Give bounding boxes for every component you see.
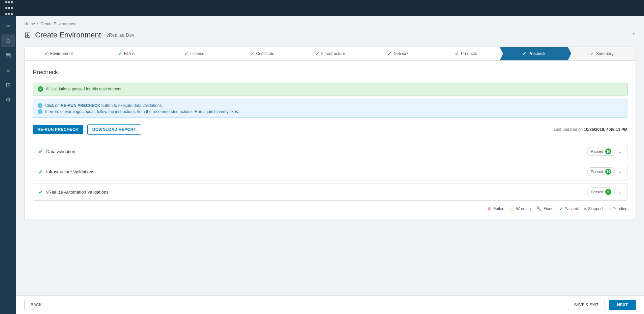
sidebar-item-grid[interactable]: ⊞: [1, 78, 15, 92]
info-icon-1: i: [38, 103, 42, 108]
step-certificate-check: ✔: [250, 51, 254, 56]
skipped-icon: ●: [584, 206, 586, 211]
catalog-icon: ▤: [5, 52, 11, 59]
validation-vra-name: vRealize Automation Validations: [46, 190, 587, 195]
fixed-label: Fixed: [544, 206, 553, 211]
sidebar-item-settings[interactable]: ⚙: [1, 93, 15, 107]
page-subtitle: vRealize Dev: [107, 32, 134, 38]
skipped-label: Skipped: [588, 206, 603, 211]
validation-item-data: ✔ Data validation Passed 10 ⌄: [33, 143, 627, 160]
breadcrumb-separator: ›: [37, 22, 38, 26]
validation-data-count: 10: [605, 148, 611, 154]
validation-data-badge: Passed 10: [587, 147, 615, 156]
failed-icon: ⊗: [488, 206, 492, 211]
step-summary-check: ✔: [590, 51, 594, 56]
step-eula-label: EULA: [124, 51, 135, 56]
rerun-precheck-button[interactable]: RE-RUN PRECHECK: [33, 125, 83, 134]
validation-header-vra[interactable]: ✔ vRealize Automation Validations Passed…: [33, 183, 627, 200]
info-text-1: Click on RE-RUN PRECHECK button to execu…: [45, 103, 163, 108]
breadcrumb-home[interactable]: Home: [24, 22, 35, 26]
grid-menu-icon[interactable]: [0, 0, 644, 16]
legend-failed: ⊗ Failed: [488, 206, 504, 211]
validation-list: ✔ Data validation Passed 10 ⌄ ✔ Infrastr…: [33, 143, 627, 201]
expand-icon: ≫: [6, 23, 10, 28]
validation-vra-icon: ✔: [38, 189, 43, 195]
breadcrumb-current: Create Environment: [40, 22, 77, 26]
step-license[interactable]: ✔ License: [160, 47, 228, 60]
legend-fixed: 🔧 Fixed: [536, 206, 553, 211]
validation-infra-chevron[interactable]: ⌄: [618, 169, 622, 174]
step-products-check: ✔: [455, 51, 459, 56]
validation-data-icon: ✔: [38, 148, 43, 155]
validation-infra-icon: ✔: [38, 169, 43, 175]
bottom-bar: BACK SAVE & EXIT NEXT: [16, 295, 644, 314]
failed-label: Failed: [493, 206, 504, 211]
step-eula[interactable]: ✔ EULA: [92, 47, 160, 60]
validation-vra-chevron[interactable]: ⌄: [618, 189, 622, 195]
sidebar-item-catalog[interactable]: ▤: [1, 49, 15, 62]
warning-icon: ⚠: [510, 206, 514, 211]
sidebar: ≫ ⌂ ▤ ≡ ⊞ ⚙: [0, 16, 16, 314]
step-precheck-check: ✔: [522, 51, 526, 56]
step-eula-check: ✔: [118, 51, 122, 56]
validation-infra-badge: Passed 14: [587, 167, 615, 176]
validation-header-data[interactable]: ✔ Data validation Passed 10 ⌄: [33, 143, 627, 160]
alert-success: ✔ All validations passed for this enviro…: [33, 83, 627, 95]
next-button[interactable]: NEXT: [609, 300, 636, 310]
action-buttons-row: RE-RUN PRECHECK DOWNLOAD REPORT Last upd…: [33, 124, 627, 135]
back-button[interactable]: BACK: [24, 300, 48, 310]
grid-icon: ⊞: [6, 81, 11, 89]
success-icon: ✔: [38, 86, 43, 92]
step-precheck-label: Precheck: [528, 51, 545, 56]
collapse-button[interactable]: ⌃: [632, 32, 636, 38]
validation-vra-status: Passed: [591, 190, 603, 194]
validation-header-infra[interactable]: ✔ Infrastructure Validations Passed 14 ⌄: [33, 163, 627, 180]
fixed-icon: 🔧: [536, 206, 542, 211]
breadcrumb: Home › Create Environment: [24, 22, 636, 26]
validation-data-chevron[interactable]: ⌄: [618, 149, 622, 154]
sidebar-item-home[interactable]: ⌂: [1, 34, 15, 47]
download-report-button[interactable]: DOWNLOAD REPORT: [87, 124, 141, 135]
legend: ⊗ Failed ⚠ Warning 🔧 Fixed ✔ Passed ● Sk…: [33, 206, 627, 211]
save-exit-button[interactable]: SAVE & EXIT: [568, 300, 605, 310]
step-environment[interactable]: ✔ Environment: [25, 47, 92, 60]
validation-data-status: Passed: [591, 149, 603, 153]
top-navigation: ☁ vRealize Suite Lifecycle Manager Lifec…: [0, 0, 644, 16]
last-updated: Last updated on 10/25/2019, 4:48:11 PM: [554, 127, 627, 132]
validation-vra-badge: Passed 5: [587, 188, 615, 196]
validation-data-name: Data validation: [46, 149, 587, 154]
legend-skipped: ● Skipped: [584, 206, 603, 211]
step-environment-label: Environment: [50, 51, 73, 56]
last-updated-label: Last updated on: [554, 127, 583, 132]
page-header-icon: ⊞: [24, 30, 31, 40]
wizard-steps: ✔ Environment ✔ EULA ✔ License ✔ Certifi…: [24, 47, 636, 61]
sidebar-expand[interactable]: ≫: [1, 19, 15, 32]
validation-item-vra: ✔ vRealize Automation Validations Passed…: [33, 183, 627, 201]
alert-info: i Click on RE-RUN PRECHECK button to exe…: [33, 99, 627, 118]
legend-warning: ⚠ Warning: [510, 206, 531, 211]
legend-passed: ✔ Passed: [559, 206, 578, 211]
sidebar-item-list[interactable]: ≡: [1, 63, 15, 77]
validation-infra-count: 14: [605, 169, 611, 175]
warning-label: Warning: [516, 206, 531, 211]
step-summary[interactable]: ✔ Summary: [568, 47, 636, 60]
step-certificate-label: Certificate: [256, 51, 274, 56]
step-infrastructure[interactable]: ✔ Infrastructure: [296, 47, 364, 60]
step-products[interactable]: ✔ Products: [432, 47, 500, 60]
step-infrastructure-label: Infrastructure: [321, 51, 345, 56]
step-certificate[interactable]: ✔ Certificate: [228, 47, 296, 60]
validation-item-infra: ✔ Infrastructure Validations Passed 14 ⌄: [33, 163, 627, 180]
list-icon: ≡: [6, 67, 10, 74]
info-row-2: i If errors or warnings appear, follow t…: [38, 109, 622, 114]
step-summary-label: Summary: [596, 51, 613, 56]
footer-right-buttons: SAVE & EXIT NEXT: [568, 300, 636, 310]
legend-pending: ○ Pending: [608, 206, 627, 211]
pending-icon: ○: [608, 206, 611, 211]
step-precheck[interactable]: ✔ Precheck: [500, 47, 568, 60]
passed-label: Passed: [565, 206, 578, 211]
step-license-label: License: [190, 51, 204, 56]
step-infrastructure-check: ✔: [315, 51, 319, 56]
precheck-title: Precheck: [33, 69, 627, 76]
info-icon-2: i: [38, 109, 42, 114]
step-network[interactable]: ✔ Network: [364, 47, 432, 60]
